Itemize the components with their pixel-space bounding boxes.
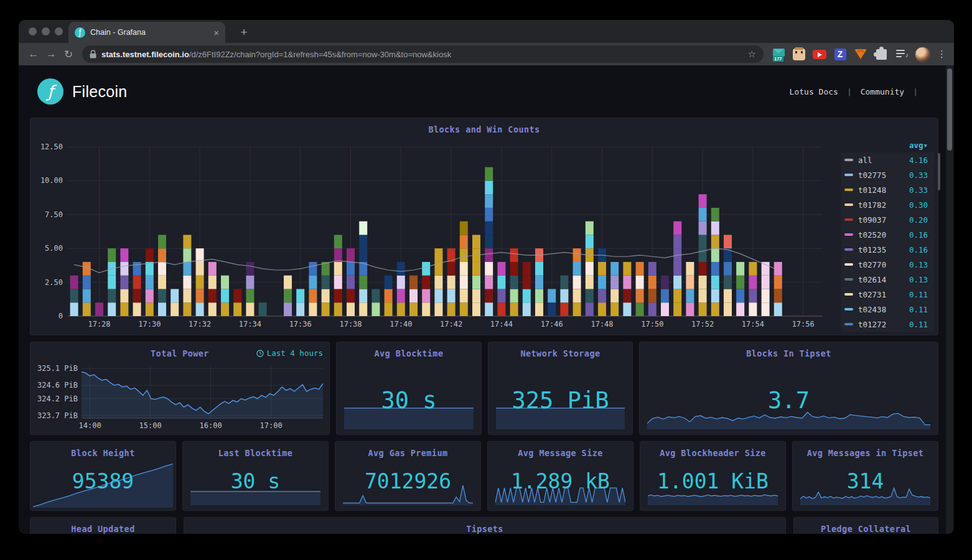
- svg-text:17:38: 17:38: [339, 320, 362, 329]
- legend-item[interactable]: t024380.11: [841, 302, 934, 317]
- legend-series-avg: 0.13: [909, 275, 928, 284]
- legend-series-name[interactable]: all: [858, 156, 909, 165]
- legend-series-name[interactable]: t02775: [858, 170, 909, 180]
- legend-series-name[interactable]: t02770: [858, 260, 909, 269]
- svg-text:2.50: 2.50: [45, 278, 63, 287]
- panel-title[interactable]: Blocks In Tipset: [640, 342, 938, 358]
- legend-item[interactable]: t025200.16: [841, 227, 934, 242]
- time-range[interactable]: Last 4 hours: [256, 348, 323, 358]
- browser-tab[interactable]: ƒ Chain - Grafana ×: [68, 22, 225, 43]
- svg-text:17:32: 17:32: [189, 320, 211, 329]
- panel-row-4: Head Updated Tipsets Pledge Collateral: [30, 517, 938, 534]
- panel-title[interactable]: Blocks and Win Counts: [30, 118, 938, 134]
- panel-blocks-in-tipset: Blocks In Tipset 3.7: [639, 342, 938, 435]
- legend-series-avg: 0.20: [909, 215, 928, 225]
- forward-icon[interactable]: →: [42, 45, 60, 63]
- scrollbar-thumb[interactable]: [947, 68, 952, 151]
- brand-title: Filecoin: [72, 83, 128, 101]
- legend-series-name[interactable]: t01248: [858, 185, 909, 195]
- page-scrollbar[interactable]: [946, 65, 953, 534]
- panel-title[interactable]: Avg Messages in Tipset: [793, 442, 938, 458]
- legend-avg-header[interactable]: avg▾: [841, 139, 934, 152]
- community-link[interactable]: Community: [861, 87, 904, 96]
- legend-item[interactable]: t027310.11: [841, 287, 934, 302]
- panel-total-power: Total Power Last 4 hours 325.1 PiB324.6 …: [30, 342, 330, 435]
- svg-text:14:00: 14:00: [79, 421, 101, 430]
- panel-pledge-collateral: Pledge Collateral: [793, 517, 938, 534]
- panel-blocks-win-counts: Blocks and Win Counts 02.505.007.5010.00…: [30, 118, 938, 335]
- metamask-extension-icon[interactable]: [853, 46, 868, 62]
- stat-value: 95389: [30, 469, 175, 493]
- address-bar[interactable]: stats.testnet.filecoin.io/d/z6FtI92Zz/ch…: [82, 45, 764, 63]
- legend-series-name[interactable]: t02520: [858, 230, 909, 240]
- panel-head-updated: Head Updated: [30, 517, 176, 534]
- legend-series-name[interactable]: t02438: [858, 305, 909, 314]
- svg-text:12.50: 12.50: [40, 142, 63, 151]
- stat-value: 325 PiB: [488, 387, 632, 414]
- tab-close-icon[interactable]: ×: [213, 27, 219, 38]
- svg-text:0: 0: [58, 312, 63, 320]
- legend-series-name[interactable]: t01235: [858, 245, 909, 254]
- panel-title[interactable]: Avg Blocktime: [337, 342, 481, 358]
- new-tab-button[interactable]: +: [235, 24, 253, 41]
- dashboard-header: ƒ Filecoin Lotus Docs | Community |: [19, 65, 954, 118]
- legend-series-name[interactable]: t01272: [858, 320, 909, 329]
- legend-color-dash: [844, 323, 853, 325]
- legend-item[interactable]: t027700.13: [841, 257, 934, 272]
- profile-avatar[interactable]: [915, 47, 930, 62]
- lock-icon: [90, 50, 96, 58]
- zoom-window-button[interactable]: [55, 27, 63, 35]
- legend-item[interactable]: t017820.30: [841, 197, 934, 212]
- legend-series-name[interactable]: t09037: [858, 215, 909, 225]
- close-window-button[interactable]: [29, 27, 37, 35]
- panel-title[interactable]: Block Height: [30, 442, 175, 458]
- zotero-extension-icon[interactable]: Z: [833, 46, 848, 62]
- browser-menu-icon[interactable]: ⋮: [936, 49, 948, 60]
- bookmark-star-icon[interactable]: ☆: [748, 49, 756, 60]
- legend-series-name[interactable]: t02614: [858, 275, 909, 284]
- panel-title[interactable]: Avg Gas Premium: [335, 442, 480, 458]
- panel-title[interactable]: Avg Message Size: [488, 442, 633, 458]
- legend-series-avg: 0.16: [909, 245, 928, 254]
- minimize-window-button[interactable]: [42, 27, 50, 35]
- svg-text:17:30: 17:30: [138, 320, 161, 329]
- legend-item[interactable]: all4.16: [841, 152, 934, 167]
- legend-item[interactable]: t012350.16: [841, 242, 934, 257]
- legend-color-dash: [844, 189, 853, 191]
- legend-item[interactable]: t012480.33: [841, 182, 934, 197]
- panel-title[interactable]: Pledge Collateral: [794, 518, 938, 534]
- playlist-extension-icon[interactable]: ♪: [894, 46, 909, 62]
- youtube-extension-icon[interactable]: [812, 46, 827, 62]
- svg-text:324.2 PiB: 324.2 PiB: [37, 394, 78, 403]
- panel-title[interactable]: Avg Blockheader Size: [640, 442, 785, 458]
- legend-scrollbar[interactable]: [938, 153, 940, 190]
- svg-text:17:00: 17:00: [260, 421, 283, 430]
- svg-text:17:40: 17:40: [390, 320, 412, 329]
- mail-badge: 177: [773, 56, 783, 62]
- filecoin-logo-icon: ƒ: [37, 78, 63, 105]
- robot-extension-icon[interactable]: [792, 46, 806, 62]
- mail-extension-icon[interactable]: 177: [771, 46, 786, 62]
- back-icon[interactable]: ←: [25, 45, 42, 63]
- legend-series-avg: 4.16: [909, 156, 928, 165]
- stat-value: 314: [793, 469, 938, 493]
- stat-value: 3.7: [640, 387, 938, 414]
- legend-item[interactable]: t090370.20: [841, 212, 934, 227]
- panel-title[interactable]: Tipsets: [184, 518, 785, 534]
- legend-item[interactable]: t026140.13: [841, 272, 934, 287]
- legend-series-name[interactable]: t01782: [858, 200, 909, 210]
- legend-item[interactable]: t027750.33: [841, 167, 934, 182]
- reload-icon[interactable]: ↻: [60, 45, 77, 63]
- panel-title[interactable]: Network Storage: [488, 342, 632, 358]
- panel-row-3: Block Height 95389 Last Blocktime 30 s A…: [30, 441, 938, 511]
- panel-title[interactable]: Head Updated: [30, 518, 175, 534]
- legend-series-avg: 0.16: [909, 230, 928, 240]
- lotus-docs-link[interactable]: Lotus Docs: [790, 87, 838, 96]
- extensions-puzzle-icon[interactable]: [874, 46, 889, 62]
- legend-series-name[interactable]: t02731: [858, 290, 909, 299]
- svg-text:325.1 PiB: 325.1 PiB: [37, 364, 78, 373]
- legend-series-avg: 0.30: [909, 200, 928, 210]
- legend-item[interactable]: t012720.11: [841, 317, 934, 332]
- panel-title[interactable]: Last Blocktime: [183, 442, 328, 458]
- svg-text:5.00: 5.00: [45, 244, 63, 253]
